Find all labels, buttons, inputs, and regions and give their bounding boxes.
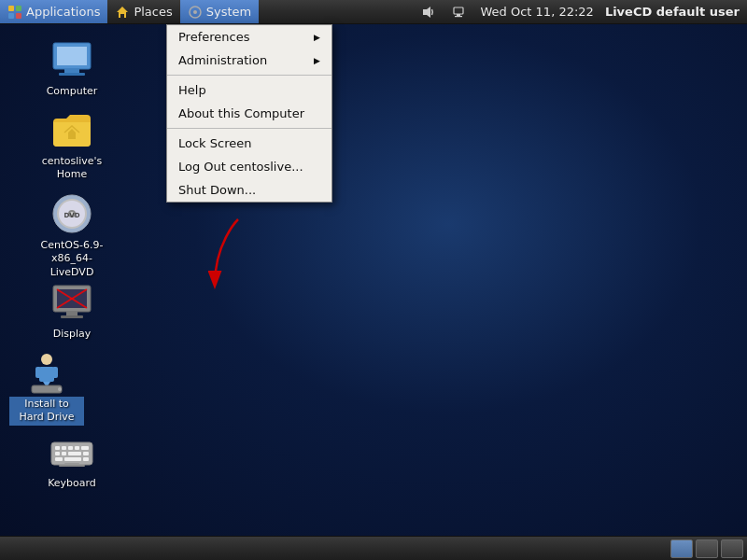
svg-point-31: [58, 387, 62, 391]
svg-point-5: [193, 10, 197, 14]
applications-label: Applications: [26, 5, 100, 19]
menu-shutdown[interactable]: Shut Down...: [167, 178, 331, 202]
svg-rect-13: [59, 73, 85, 76]
menu-lock[interactable]: Lock Screen: [167, 132, 331, 155]
taskbar-left: Applications Places System: [0, 0, 259, 23]
svg-rect-41: [83, 452, 89, 455]
panel-btn-2[interactable]: [696, 539, 718, 558]
svg-rect-42: [55, 457, 63, 461]
svg-rect-38: [55, 452, 60, 455]
svg-marker-6: [423, 7, 430, 18]
system-icon: [188, 5, 203, 20]
taskbar-system[interactable]: System: [180, 0, 259, 23]
svg-rect-28: [35, 367, 41, 378]
display-label: Display: [51, 327, 93, 342]
username: LiveCD default user: [605, 5, 740, 19]
desktop-icon-dvd[interactable]: DVD CentOS-6.9-x86_64-LiveDVD: [35, 191, 109, 280]
menu-administration[interactable]: Administration: [167, 49, 331, 72]
menu-sep-1: [167, 75, 331, 76]
svg-rect-35: [68, 446, 73, 450]
desktop-icon-home[interactable]: centoslive's Home: [35, 107, 109, 183]
taskbar-applications[interactable]: Applications: [0, 0, 107, 23]
network-icon[interactable]: [451, 5, 466, 20]
desktop-icon-install[interactable]: Install to Hard Drive: [9, 350, 84, 426]
svg-rect-43: [64, 457, 81, 461]
svg-rect-24: [66, 312, 78, 315]
svg-rect-40: [68, 452, 81, 455]
applications-icon: [7, 5, 22, 20]
places-icon: [115, 5, 130, 20]
svg-rect-37: [81, 446, 89, 450]
svg-rect-33: [55, 446, 60, 450]
dvd-label: CentOS-6.9-x86_64-LiveDVD: [35, 238, 109, 280]
svg-rect-12: [64, 69, 79, 73]
svg-rect-1: [16, 6, 21, 11]
install-label: Install to Hard Drive: [9, 397, 84, 426]
system-label: System: [206, 5, 251, 19]
datetime: Wed Oct 11, 22:22: [481, 5, 594, 19]
menu-about[interactable]: About this Computer: [167, 102, 331, 125]
arrow-annotation: [187, 215, 261, 308]
svg-point-26: [41, 354, 52, 365]
svg-rect-44: [83, 457, 89, 461]
panel-btn-1[interactable]: [670, 539, 693, 558]
svg-rect-7: [454, 7, 463, 14]
keyboard-icon: [49, 429, 94, 474]
desktop-icon-computer[interactable]: Computer: [35, 37, 109, 99]
svg-rect-8: [457, 14, 460, 16]
svg-rect-36: [75, 446, 79, 450]
svg-rect-29: [52, 367, 58, 378]
keyboard-label: Keyboard: [46, 476, 98, 491]
taskbar-right: Wed Oct 11, 22:22 LiveCD default user: [414, 5, 747, 20]
menu-preferences[interactable]: Preferences: [167, 25, 331, 49]
dvd-icon: DVD: [49, 191, 94, 236]
svg-rect-2: [8, 13, 14, 19]
volume-icon[interactable]: [421, 5, 436, 20]
desktop-icon-display[interactable]: Display: [35, 280, 109, 342]
system-menu: Preferences Administration Help About th…: [166, 24, 332, 203]
svg-rect-0: [8, 6, 14, 11]
svg-rect-25: [61, 315, 83, 318]
menu-help[interactable]: Help: [167, 78, 331, 102]
menu-sep-2: [167, 128, 331, 129]
svg-rect-30: [32, 385, 62, 393]
display-icon: [49, 280, 94, 325]
panel-btn-3[interactable]: [721, 539, 743, 558]
svg-rect-11: [57, 47, 87, 65]
svg-rect-34: [62, 446, 66, 450]
folder-icon: [49, 107, 94, 152]
bottom-panel: [0, 536, 747, 560]
computer-icon: [49, 37, 94, 82]
menu-logout[interactable]: Log Out centoslive...: [167, 155, 331, 178]
desktop-icon-keyboard[interactable]: Keyboard: [35, 429, 109, 491]
svg-rect-46: [59, 465, 85, 467]
svg-rect-27: [39, 367, 54, 382]
svg-rect-39: [62, 452, 66, 455]
panel-buttons: [670, 539, 747, 558]
taskbar: Applications Places System: [0, 0, 747, 24]
svg-rect-9: [455, 16, 462, 17]
svg-rect-3: [16, 13, 21, 19]
svg-text:DVD: DVD: [63, 212, 79, 219]
places-label: Places: [134, 5, 172, 19]
computer-label: Computer: [45, 84, 100, 99]
install-icon: [24, 350, 69, 395]
taskbar-places[interactable]: Places: [107, 0, 179, 23]
home-label: centoslive's Home: [35, 154, 109, 183]
